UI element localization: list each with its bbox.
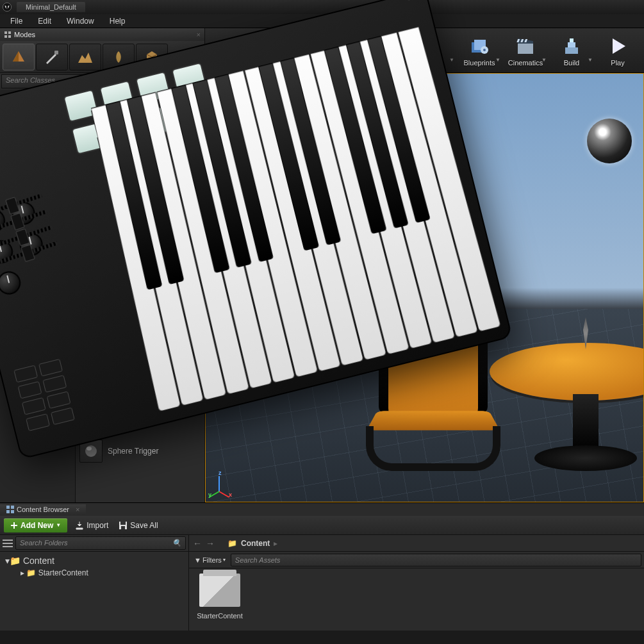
place-mode-icon[interactable]	[3, 44, 35, 70]
svg-rect-41	[3, 546, 13, 547]
unreal-logo-icon	[0, 0, 14, 14]
nav-back-icon[interactable]: ←	[193, 538, 202, 549]
viewport-reflection-sphere	[587, 119, 632, 163]
search-assets-input[interactable]: Search Assets	[231, 554, 641, 566]
svg-rect-39	[3, 540, 13, 541]
close-icon[interactable]: ×	[197, 31, 201, 38]
clapperboard-icon	[514, 35, 537, 58]
filter-icon: ▼	[194, 556, 201, 564]
toolbar-label: Cinematics	[508, 59, 543, 67]
svg-rect-29	[568, 42, 575, 47]
place-item-label: Sphere Trigger	[108, 447, 158, 456]
svg-point-13	[85, 445, 97, 457]
build-icon	[560, 35, 583, 58]
asset-folder-starter[interactable]: StarterContent	[194, 574, 245, 620]
chevron-down-icon: ▼	[56, 522, 61, 528]
tree-root-content[interactable]: ▾📁 Content	[3, 554, 186, 567]
content-browser: Content Browser × Add New ▼ Import Save …	[0, 502, 644, 631]
import-button[interactable]: Import	[72, 520, 111, 531]
svg-rect-4	[8, 35, 11, 38]
viewport-table	[490, 343, 644, 484]
svg-rect-2	[8, 31, 11, 34]
toggle-sources-icon[interactable]	[3, 539, 13, 548]
svg-rect-35	[11, 510, 14, 513]
chevron-down-icon: ▼	[588, 57, 593, 63]
svg-marker-6	[13, 51, 19, 62]
toolbar-label: Play	[611, 59, 624, 67]
blueprints-button[interactable]: Blueprints ▼	[457, 31, 502, 70]
svg-rect-40	[3, 543, 13, 544]
svg-rect-3	[4, 35, 7, 38]
svg-rect-32	[6, 506, 10, 509]
svg-rect-7	[54, 51, 58, 54]
landscape-mode-icon[interactable]	[69, 44, 101, 70]
modes-tab-label: Modes	[14, 31, 35, 38]
filters-label: Filters	[202, 556, 222, 564]
svg-marker-31	[613, 38, 625, 54]
menu-window[interactable]: Window	[59, 15, 102, 27]
asset-name-label: StarterContent	[194, 612, 245, 620]
folder-icon: 📁	[227, 539, 237, 548]
import-label: Import	[87, 521, 108, 530]
nav-forward-icon[interactable]: →	[206, 538, 215, 549]
menu-edit[interactable]: Edit	[30, 15, 59, 27]
svg-rect-28	[565, 47, 578, 54]
chevron-down-icon: ▼	[495, 57, 500, 63]
search-icon: 🔍	[172, 539, 181, 547]
content-browser-tab[interactable]: Content Browser ×	[0, 503, 644, 516]
content-browser-toolbar: Add New ▼ Import Save All	[0, 516, 644, 535]
svg-rect-37	[120, 522, 126, 525]
svg-rect-1	[4, 31, 7, 34]
svg-rect-30	[570, 38, 574, 42]
svg-rect-34	[6, 510, 10, 513]
svg-point-22	[483, 49, 486, 51]
modes-tab[interactable]: Modes ×	[0, 28, 204, 41]
blueprints-icon	[468, 35, 491, 58]
chevron-right-icon: ▸	[274, 539, 277, 548]
svg-rect-38	[121, 526, 125, 529]
add-new-label: Add New	[21, 521, 53, 530]
svg-point-0	[3, 3, 11, 11]
content-browser-tab-label: Content Browser	[17, 506, 69, 513]
tree-item-starter[interactable]: ▸ 📁 StarterContent	[3, 567, 186, 579]
build-button[interactable]: Build ▼	[549, 31, 594, 70]
filters-button[interactable]: ▼ Filters ▾	[192, 556, 228, 564]
title-bar: Minimal_Default	[0, 0, 644, 14]
toolbar-label: Blueprints	[464, 59, 495, 67]
save-icon	[119, 521, 128, 530]
import-icon	[75, 521, 84, 530]
paint-mode-icon[interactable]	[36, 44, 68, 70]
grid-icon	[6, 506, 14, 513]
cinematics-button[interactable]: Cinematics ▼	[503, 31, 548, 70]
level-tab[interactable]: Minimal_Default	[17, 2, 85, 12]
search-folders-input[interactable]: Search Folders 🔍	[15, 536, 186, 550]
play-button[interactable]: Play	[595, 31, 640, 70]
toolbar-label: Build	[564, 59, 579, 67]
menu-help[interactable]: Help	[102, 15, 133, 27]
chevron-down-icon: ▾	[223, 557, 226, 563]
breadcrumb-content[interactable]: Content	[241, 539, 270, 548]
save-all-label: Save All	[130, 521, 158, 530]
svg-rect-33	[11, 506, 14, 509]
save-all-button[interactable]: Save All	[116, 520, 160, 531]
svg-point-14	[87, 447, 92, 450]
chevron-down-icon: ▼	[449, 57, 454, 63]
asset-view-panel: ← → 📁 Content ▸ ▼ Filters ▾ Search Asset…	[189, 535, 644, 631]
menu-file[interactable]: File	[3, 15, 30, 27]
source-tree-panel: Search Folders 🔍 ▾📁 Content ▸ 📁 StarterC…	[0, 535, 189, 631]
close-icon[interactable]: ×	[76, 506, 79, 513]
chevron-down-icon: ▼	[541, 57, 547, 63]
play-icon	[606, 35, 629, 58]
svg-rect-23	[518, 44, 533, 54]
folder-icon	[199, 574, 240, 607]
axis-gizmo: z x y	[210, 472, 235, 498]
plus-icon	[10, 522, 18, 529]
add-new-button[interactable]: Add New ▼	[4, 518, 67, 533]
